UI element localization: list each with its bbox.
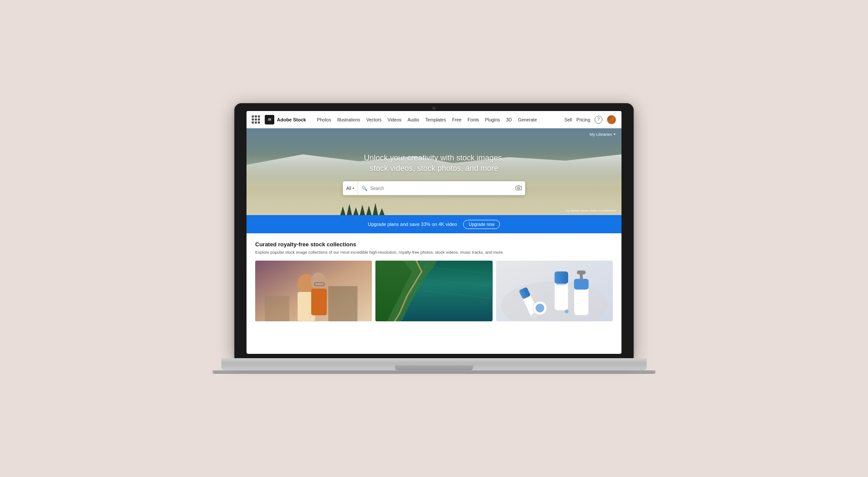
svg-rect-22 — [554, 271, 568, 284]
collections-grid — [255, 261, 613, 321]
promo-banner: Upgrade plans and save 33% on 4K video U… — [247, 215, 621, 233]
collections-title: Curated royalty-free stock collections — [255, 241, 613, 248]
nav-templates[interactable]: Templates — [422, 117, 449, 122]
nav-sell-link[interactable]: Sell — [564, 117, 572, 122]
collection-card-aerial[interactable] — [375, 261, 492, 321]
hero-title: Unlock your creativity with stock images… — [364, 153, 504, 174]
hero-content: Unlock your creativity with stock images… — [247, 128, 621, 215]
svg-rect-23 — [556, 284, 566, 285]
nav-photos[interactable]: Photos — [314, 117, 334, 122]
brand-name: Adobe Stock — [277, 117, 306, 122]
laptop-container: St Adobe Stock Photos Illustrations Vect… — [234, 103, 634, 374]
search-bar: All ▾ 🔍 — [343, 181, 525, 195]
search-filter-dropdown[interactable]: All ▾ — [343, 181, 358, 195]
nav-illustrations[interactable]: Illustrations — [334, 117, 363, 122]
svg-rect-25 — [574, 279, 589, 290]
nav-free[interactable]: Free — [449, 117, 465, 122]
avatar[interactable] — [607, 115, 616, 124]
laptop-bottom — [213, 370, 655, 374]
collections-subtitle: Explore popular stock image collections … — [255, 250, 507, 255]
screen-bezel: St Adobe Stock Photos Illustrations Vect… — [234, 103, 634, 358]
nav-vectors[interactable]: Vectors — [363, 117, 385, 122]
laptop-base — [221, 358, 647, 370]
apps-icon[interactable] — [252, 115, 260, 124]
search-input[interactable] — [370, 186, 509, 191]
nav-3d[interactable]: 3D — [503, 117, 515, 122]
search-filter-label: All — [346, 186, 351, 191]
nav-videos[interactable]: Videos — [385, 117, 404, 122]
navbar: St Adobe Stock Photos Illustrations Vect… — [247, 111, 621, 128]
svg-point-7 — [311, 272, 326, 290]
nav-help-button[interactable]: ? — [595, 116, 602, 124]
brand-logo[interactable]: St Adobe Stock — [265, 115, 306, 124]
nav-plugins[interactable]: Plugins — [482, 117, 503, 122]
camera-icon[interactable] — [512, 185, 525, 192]
search-input-wrap: 🔍 — [358, 186, 512, 191]
svg-rect-27 — [577, 271, 585, 274]
svg-rect-4 — [265, 296, 289, 321]
brand-icon: St — [265, 115, 274, 124]
collections-section: Curated royalty-free stock collections E… — [247, 233, 621, 321]
nav-fonts[interactable]: Fonts — [464, 117, 482, 122]
collection-card-couple[interactable] — [255, 261, 372, 321]
chevron-icon: ▾ — [352, 186, 354, 190]
svg-point-0 — [518, 187, 520, 189]
svg-point-29 — [536, 304, 544, 312]
nav-audio[interactable]: Audio — [404, 117, 422, 122]
nav-right: Sell Pricing ? — [564, 115, 616, 124]
hero-section: My Libraries ▾ Unlock your creativity wi… — [247, 128, 621, 215]
nav-generate[interactable]: Generate — [515, 117, 540, 122]
nav-links: Photos Illustrations Vectors Videos Audi… — [314, 117, 562, 122]
nav-pricing-link[interactable]: Pricing — [576, 117, 590, 122]
promo-text: Upgrade plans and save 33% on 4K video — [368, 222, 457, 227]
upgrade-now-button[interactable]: Upgrade now — [463, 220, 500, 229]
collection-card-products[interactable] — [496, 261, 613, 321]
svg-point-30 — [565, 310, 569, 314]
search-icon: 🔍 — [362, 186, 368, 191]
svg-rect-3 — [328, 286, 357, 321]
browser-screen: St Adobe Stock Photos Illustrations Vect… — [247, 111, 621, 354]
svg-rect-8 — [311, 288, 327, 315]
hero-credit: by Adobe Stock Video Contributors — [566, 209, 616, 212]
